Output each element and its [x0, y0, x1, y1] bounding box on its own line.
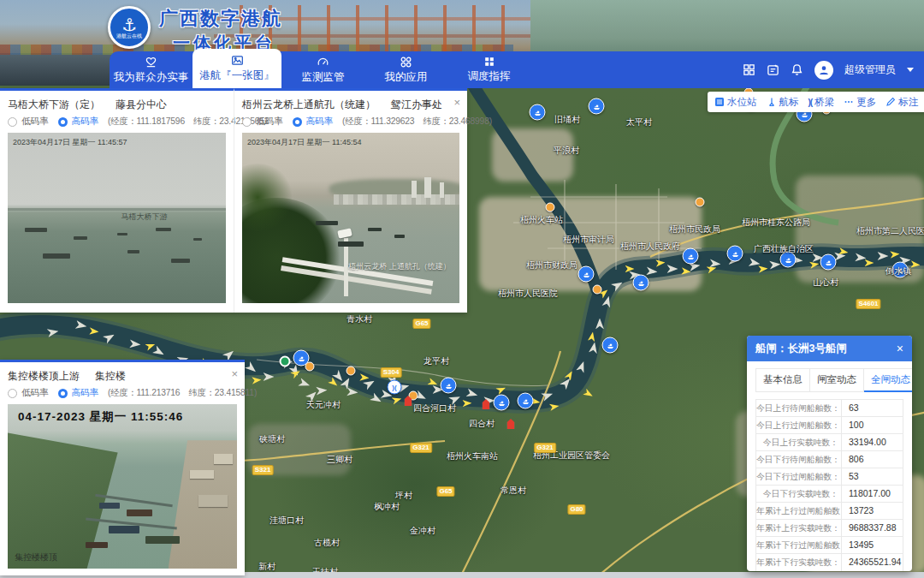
vessel-station-marker[interactable]: [683, 248, 699, 265]
high-bitrate-label: 高码率: [306, 116, 334, 128]
map-place-label: 洼塘口村: [270, 515, 304, 527]
map-place-label: 四合村: [469, 418, 495, 430]
video-watermark: 马梧大桥下游: [121, 212, 168, 223]
road-badge: G321: [410, 443, 432, 453]
vessel-station-marker[interactable]: [518, 393, 534, 409]
lock-stat-row: 年累计下行过闸船舶数：13495: [756, 537, 903, 554]
lock-tab[interactable]: 基本信息: [755, 368, 810, 392]
list-icon: [714, 97, 725, 107]
nav-tab-heart[interactable]: 我为群众办实事: [110, 51, 192, 88]
low-bitrate-radio[interactable]: [242, 117, 252, 127]
station-marker-green[interactable]: [280, 356, 291, 367]
camera-video-frame: 2023年04月17日 星期一 11:45:54 梧州云龙桥 上通航孔（统建）: [242, 133, 459, 303]
vessel-station-marker[interactable]: [602, 337, 619, 354]
lock-tab[interactable]: 全闸动态: [864, 368, 912, 392]
map-place-label: 新村: [258, 561, 275, 572]
lock-tab[interactable]: 闸室动态: [810, 368, 864, 392]
stat-label: 今日上行待闸船舶数：: [756, 400, 842, 416]
camera-coordinates: (经度：111.329623 纬度：23.468998): [342, 116, 492, 128]
vessel-station-marker[interactable]: [441, 378, 457, 394]
app-grid-icon[interactable]: [743, 63, 755, 76]
vessel-station-marker[interactable]: [589, 98, 605, 115]
map-place-label: 四合河口村: [413, 402, 456, 414]
map-place-label: 常恩村: [500, 485, 526, 497]
platform-logo: ⚓港航云在线 广西数字港航 一体化平台: [108, 6, 282, 55]
stat-label: 今日上行实载吨数：: [756, 434, 842, 450]
toolbar-item-pen[interactable]: 标注: [886, 96, 918, 109]
stat-value: 33194.00: [842, 434, 903, 450]
buoy-marker[interactable]: [546, 203, 555, 212]
stat-value: 63: [842, 400, 903, 416]
lock-stat-row: 年累计上行实载吨数：9688337.88: [756, 520, 903, 537]
nav-right-zone: 超级管理员: [743, 51, 914, 88]
buoy-marker[interactable]: [593, 285, 602, 295]
nav-tab-gauge[interactable]: 监测监管: [281, 51, 364, 88]
form-icon[interactable]: [767, 63, 779, 76]
low-bitrate-label: 低码率: [256, 116, 283, 128]
stat-value: 53: [842, 468, 903, 485]
bridge-marker[interactable]: )(: [388, 380, 402, 395]
user-avatar[interactable]: [814, 61, 833, 80]
close-icon[interactable]: ×: [897, 342, 903, 355]
video-watermark: 集控楼楼顶: [15, 551, 57, 563]
app-window: ⚓港航云在线 广西数字港航 一体化平台 我为群众办实事港航『一张图』监测监管我的…: [0, 0, 924, 578]
grid-icon: [483, 56, 495, 68]
stat-label: 今日下行过闸船舶数：: [756, 468, 842, 485]
vessel-station-marker[interactable]: [530, 104, 546, 121]
road-badge: G65: [436, 486, 454, 497]
toolbar-item-list[interactable]: 水位站: [714, 96, 757, 109]
low-bitrate-radio[interactable]: [8, 389, 17, 398]
platform-title: 广西数字港航 一体化平台: [159, 6, 282, 55]
lock-stat-row: 年累计下行实载吨数：24365521.94: [756, 554, 903, 571]
high-bitrate-radio[interactable]: [58, 389, 68, 398]
nav-tab-grid[interactable]: 调度指挥: [447, 51, 530, 88]
high-bitrate-radio[interactable]: [293, 117, 302, 127]
buoy-marker[interactable]: [346, 366, 356, 376]
map-place-label: 梧州市财政局: [526, 259, 578, 271]
toolbar-item-buoy[interactable]: 航标: [767, 96, 799, 109]
logo-anchor-icon: ⚓港航云在线: [108, 6, 151, 49]
high-bitrate-label: 高码率: [72, 387, 99, 399]
video-timestamp: 2023年04月17日 星期一 11:45:54: [247, 137, 361, 148]
map-place-label: 山心村: [813, 277, 838, 289]
user-menu-caret-icon[interactable]: [907, 68, 914, 72]
road-badge: G65: [412, 319, 430, 329]
map-place-label: 平浪村: [554, 145, 579, 157]
gauge-icon: [317, 56, 329, 69]
map-icon: [231, 54, 244, 67]
close-icon[interactable]: ×: [231, 369, 238, 379]
low-bitrate-label: 低码率: [21, 116, 49, 128]
main-nav: 我为群众办实事港航『一张图』监测监管我的应用调度指挥 超级管理员: [110, 51, 924, 88]
stat-value: 100: [842, 417, 903, 433]
lock-stat-row: 今日下行待闸船舶数：806: [756, 451, 903, 468]
high-bitrate-radio[interactable]: [58, 117, 68, 127]
ship-lock-panel: 船闸：长洲3号船闸 × 基本信息闸室动态全闸动态 今日上行待闸船舶数：63今日上…: [747, 336, 912, 571]
road-badge: S321: [252, 465, 274, 475]
camera-panel-mawu-bridge: 马梧大桥下游（定） 藤县分中心 低码率 高码率 (经度：111.1817596 …: [0, 88, 234, 313]
lock-panel-tabs: 基本信息闸室动态全闸动态: [747, 361, 912, 392]
close-icon[interactable]: ×: [453, 98, 460, 108]
vessel-station-marker[interactable]: [578, 266, 595, 283]
camera-subtitle: 藤县分中心: [116, 98, 167, 112]
toolbar-item-more[interactable]: 更多: [844, 96, 876, 109]
bell-icon[interactable]: [791, 63, 803, 76]
toolbar-item-bridge[interactable]: )(桥梁: [808, 96, 835, 109]
stat-label: 今日上行过闸船舶数：: [756, 417, 842, 433]
user-name[interactable]: 超级管理员: [844, 63, 896, 77]
camera-panels-container: 马梧大桥下游（定） 藤县分中心 低码率 高码率 (经度：111.1817596 …: [0, 88, 467, 313]
vessel-station-marker[interactable]: [820, 254, 837, 271]
vessel-station-marker[interactable]: [727, 246, 743, 262]
nav-tab-apps[interactable]: 我的应用: [364, 51, 447, 88]
high-bitrate-label: 高码率: [72, 116, 99, 128]
nav-tab-map[interactable]: 港航『一张图』: [192, 49, 281, 88]
buoy-marker[interactable]: [305, 362, 315, 372]
vessel-station-marker[interactable]: [494, 395, 510, 411]
lock-stat-row: 今日下行过闸船舶数：53: [756, 468, 903, 486]
map-place-label: 梧州火车南站: [447, 450, 498, 462]
stat-label: 年累计上行实载吨数：: [756, 520, 842, 536]
map-place-label: 梧州市人民医院: [498, 288, 558, 300]
vessel-station-marker[interactable]: [633, 275, 649, 291]
buoy-marker[interactable]: [696, 198, 705, 207]
low-bitrate-radio[interactable]: [8, 117, 17, 127]
camera-title: 马梧大桥下游（定）: [8, 98, 100, 112]
